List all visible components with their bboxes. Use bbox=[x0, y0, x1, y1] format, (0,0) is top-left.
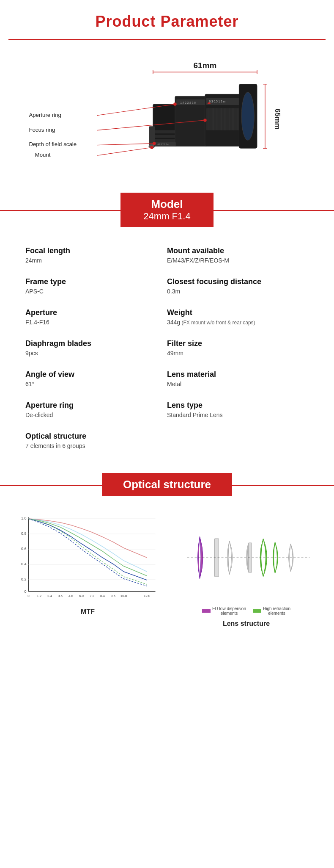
model-value: 24mm F1.4 bbox=[137, 211, 197, 222]
mtf-chart-container: 1.0 0.8 0.6 0.4 0.2 0 0 1.2 2.4 3.5 4.8 … bbox=[13, 513, 163, 628]
svg-text:Mount: Mount bbox=[35, 152, 51, 158]
lens-diagram-section: 61mm 65mm 1.4 2 2.8 5.6 bbox=[0, 40, 334, 184]
svg-rect-11 bbox=[154, 139, 176, 142]
svg-text:9.6: 9.6 bbox=[111, 594, 116, 598]
mtf-chart-svg: 1.0 0.8 0.6 0.4 0.2 0 0 1.2 2.4 3.5 4.8 … bbox=[13, 513, 163, 602]
spec-value: 344g (FX mount w/o front & rear caps) bbox=[167, 319, 300, 326]
spec-item: Angle of view61° bbox=[25, 363, 167, 394]
spec-value: 24mm bbox=[25, 257, 159, 264]
spec-value: 0.3m bbox=[167, 288, 300, 295]
svg-text:0: 0 bbox=[24, 589, 26, 594]
svg-rect-16 bbox=[206, 108, 240, 130]
svg-point-29 bbox=[241, 92, 254, 141]
svg-text:7.2: 7.2 bbox=[90, 594, 95, 598]
svg-text:3.5: 3.5 bbox=[58, 594, 63, 598]
spec-value: 61° bbox=[25, 381, 159, 387]
spec-value: E/M43/FX/Z/RF/EOS-M bbox=[167, 257, 300, 264]
spec-value: De-clicked bbox=[25, 412, 159, 418]
optical-structure-section: Optical structure bbox=[0, 473, 334, 496]
svg-text:12.0: 12.0 bbox=[144, 594, 151, 598]
lens-struct-legend: ED low dispersionelements High refractio… bbox=[171, 606, 321, 616]
spec-value: Metal bbox=[167, 381, 300, 387]
svg-text:Focus ring: Focus ring bbox=[29, 127, 55, 133]
optical-box: Optical structure bbox=[102, 473, 232, 496]
svg-text:4 2.8  2 2.8 4: 4 2.8 2 2.8 4 bbox=[157, 144, 169, 146]
svg-rect-10 bbox=[154, 135, 176, 138]
spec-value: 7 elements in 6 groups bbox=[25, 442, 159, 449]
svg-text:10.8: 10.8 bbox=[120, 594, 127, 598]
spec-label: Aperture bbox=[25, 308, 159, 317]
svg-text:0.8: 0.8 bbox=[21, 531, 27, 536]
spec-item: Diaphragm blades9pcs bbox=[25, 332, 167, 363]
spec-label: Lens type bbox=[167, 401, 300, 410]
legend-color-ed bbox=[202, 609, 211, 613]
spec-label: Diaphragm blades bbox=[25, 339, 159, 348]
spec-label: Frame type bbox=[25, 277, 159, 286]
mtf-title: MTF bbox=[13, 608, 163, 616]
model-label: Model bbox=[137, 198, 197, 211]
spec-label: Focal length bbox=[25, 246, 159, 255]
spec-item: ApertureF1.4-F16 bbox=[25, 301, 167, 332]
lens-svg: 61mm 65mm 1.4 2 2.8 5.6 bbox=[17, 53, 317, 171]
spec-value: F1.4-F16 bbox=[25, 319, 159, 326]
svg-point-39 bbox=[153, 142, 156, 145]
svg-text:0.6: 0.6 bbox=[21, 547, 27, 551]
svg-text:0: 0 bbox=[27, 594, 30, 598]
spec-item: Frame typeAPS-C bbox=[25, 271, 167, 301]
legend-text-hr: High refractionelements bbox=[263, 606, 290, 616]
spec-label: Lens material bbox=[167, 370, 300, 379]
svg-text:2.4: 2.4 bbox=[47, 594, 52, 598]
spec-label: Angle of view bbox=[25, 370, 159, 379]
svg-text:6.0: 6.0 bbox=[79, 594, 84, 598]
spec-item: Focal length24mm bbox=[25, 240, 167, 271]
charts-section: 1.0 0.8 0.6 0.4 0.2 0 0 1.2 2.4 3.5 4.8 … bbox=[0, 500, 334, 636]
page-title: Product Parameter bbox=[0, 0, 334, 39]
spec-value: 9pcs bbox=[25, 350, 159, 357]
svg-text:0.2: 0.2 bbox=[21, 577, 27, 581]
svg-text:4.8: 4.8 bbox=[68, 594, 74, 598]
svg-point-35 bbox=[173, 102, 177, 106]
svg-text:1.2: 1.2 bbox=[37, 594, 42, 598]
legend-item-ed: ED low dispersionelements bbox=[202, 606, 246, 616]
svg-text:8.4: 8.4 bbox=[100, 594, 105, 598]
spec-value: 49mm bbox=[167, 350, 300, 357]
svg-text:1.0: 1.0 bbox=[21, 516, 27, 520]
lens-struct-title: Lens structure bbox=[171, 620, 321, 628]
spec-label: Weight bbox=[167, 308, 300, 317]
svg-line-38 bbox=[97, 144, 154, 145]
svg-text:Depth of field scale: Depth of field scale bbox=[29, 141, 77, 147]
spec-label: Optical structure bbox=[25, 432, 159, 441]
legend-color-hr bbox=[253, 609, 261, 613]
lens-struct-svg bbox=[171, 513, 321, 602]
optical-label: Optical structure bbox=[123, 478, 211, 491]
legend-text-ed: ED low dispersionelements bbox=[212, 606, 246, 616]
svg-line-40 bbox=[97, 147, 152, 155]
specs-section: Focal length24mmMount availableE/M43/FX/… bbox=[0, 231, 334, 464]
lens-visual: 61mm 65mm 1.4 2 2.8 5.6 bbox=[17, 53, 317, 171]
spec-label: Filter size bbox=[167, 339, 300, 348]
specs-grid: Focal length24mmMount availableE/M43/FX/… bbox=[25, 240, 309, 456]
spec-item: Mount availableE/M43/FX/Z/RF/EOS-M bbox=[167, 240, 309, 271]
svg-text:65mm: 65mm bbox=[274, 108, 282, 129]
svg-text:Aperture ring: Aperture ring bbox=[29, 112, 61, 118]
spec-item: Closest focusing distance0.3m bbox=[167, 271, 309, 301]
svg-point-41 bbox=[150, 146, 153, 149]
spec-label: Mount available bbox=[167, 246, 300, 255]
spec-value: APS-C bbox=[25, 288, 159, 295]
svg-text:1.4  2  2.8  5.6: 1.4 2 2.8 5.6 bbox=[180, 101, 196, 104]
legend-item-hr: High refractionelements bbox=[253, 606, 290, 616]
lens-struct-container: ED low dispersionelements High refractio… bbox=[171, 513, 321, 628]
model-section: Model 24mm F1.4 bbox=[0, 193, 334, 227]
spec-item: Aperture ringDe-clicked bbox=[25, 394, 167, 425]
svg-rect-9 bbox=[154, 130, 176, 134]
svg-text:0.4: 0.4 bbox=[21, 562, 27, 566]
spec-item: Filter size49mm bbox=[167, 332, 309, 363]
svg-text:0.3  0.5  1  2  m: 0.3 0.5 1 2 m bbox=[209, 100, 225, 103]
spec-item: Weight344g (FX mount w/o front & rear ca… bbox=[167, 301, 309, 332]
spec-label: Aperture ring bbox=[25, 401, 159, 410]
model-box: Model 24mm F1.4 bbox=[120, 193, 214, 227]
spec-value: Standard Prime Lens bbox=[167, 412, 300, 418]
svg-point-37 bbox=[203, 119, 207, 122]
svg-text:61mm: 61mm bbox=[194, 61, 217, 70]
spec-label: Closest focusing distance bbox=[167, 277, 300, 286]
